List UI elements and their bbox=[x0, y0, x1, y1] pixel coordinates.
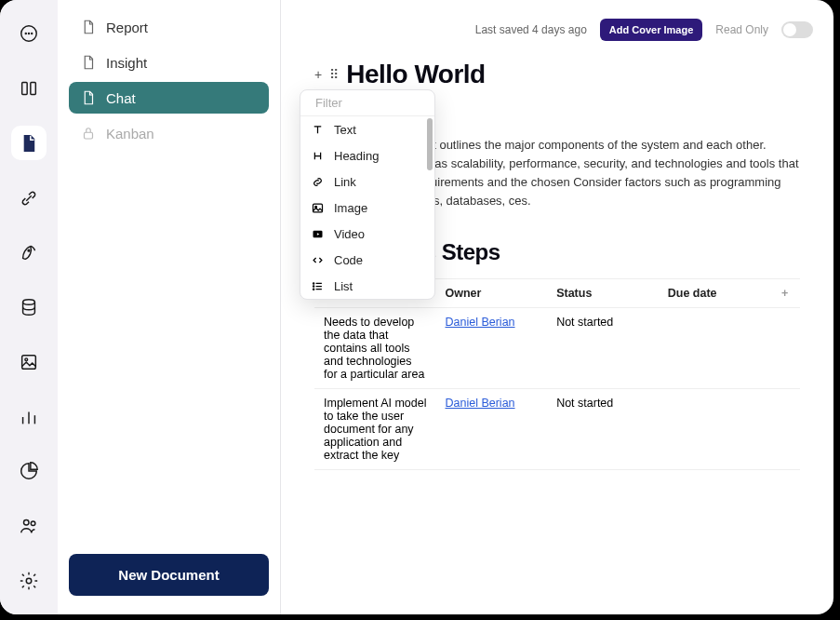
cell-task[interactable]: Implement AI model to take the user docu… bbox=[314, 388, 436, 469]
add-block-icon[interactable]: + bbox=[314, 67, 322, 82]
popover-item-code[interactable]: Code bbox=[300, 247, 434, 273]
rail-document-icon[interactable] bbox=[11, 126, 47, 160]
rail-columns-icon[interactable] bbox=[11, 72, 47, 106]
table-row: Implement AI model to take the user docu… bbox=[314, 388, 800, 469]
rail-image-icon[interactable] bbox=[11, 344, 47, 379]
read-only-label: Read Only bbox=[715, 23, 768, 36]
image-icon bbox=[310, 200, 325, 215]
rail-pie-icon[interactable] bbox=[11, 454, 47, 489]
popover-list: Text Heading Link Image Video Code List bbox=[300, 116, 434, 299]
cell-task[interactable]: Needs to develop the data that contains … bbox=[314, 307, 436, 388]
file-icon bbox=[80, 89, 97, 106]
main-content: Last saved 4 days ago Add Cover Image Re… bbox=[281, 0, 833, 614]
sidebar-item-report[interactable]: Report bbox=[69, 11, 269, 43]
file-icon bbox=[80, 54, 97, 71]
svg-point-2 bbox=[29, 34, 30, 34]
popover-search bbox=[300, 90, 434, 116]
svg-point-18 bbox=[313, 282, 313, 283]
icon-rail bbox=[0, 0, 58, 614]
svg-point-19 bbox=[313, 285, 313, 286]
svg-point-1 bbox=[25, 34, 26, 34]
svg-point-3 bbox=[32, 34, 33, 34]
sidebar-item-label: Kanban bbox=[106, 126, 154, 142]
svg-rect-5 bbox=[31, 83, 36, 95]
cell-due[interactable] bbox=[659, 388, 770, 469]
svg-rect-13 bbox=[85, 132, 93, 139]
svg-point-12 bbox=[26, 578, 32, 584]
rail-database-icon[interactable] bbox=[11, 290, 47, 325]
sidebar-item-label: Insight bbox=[106, 55, 147, 71]
th-due[interactable]: Due date bbox=[659, 278, 770, 307]
popover-item-link[interactable]: Link bbox=[300, 168, 434, 195]
add-cover-button[interactable]: Add Cover Image bbox=[600, 19, 702, 41]
svg-rect-4 bbox=[22, 83, 28, 95]
svg-point-7 bbox=[23, 300, 35, 305]
th-status[interactable]: Status bbox=[547, 278, 659, 307]
svg-point-6 bbox=[28, 250, 30, 252]
rail-bars-icon[interactable] bbox=[11, 399, 47, 434]
cell-status[interactable]: Not started bbox=[547, 388, 659, 469]
cell-status[interactable]: Not started bbox=[547, 307, 659, 388]
table-row: Needs to develop the data that contains … bbox=[314, 307, 800, 388]
page-title[interactable]: Hello World bbox=[346, 60, 486, 89]
sidebar-item-chat[interactable]: Chat bbox=[69, 82, 269, 114]
sidebar-item-kanban[interactable]: Kanban bbox=[69, 117, 269, 149]
cell-owner[interactable]: Daniel Berian bbox=[436, 307, 548, 388]
popover-item-heading[interactable]: Heading bbox=[300, 142, 434, 168]
svg-point-11 bbox=[31, 521, 35, 526]
popover-item-video[interactable]: Video bbox=[300, 221, 434, 247]
last-saved-text: Last saved 4 days ago bbox=[475, 23, 587, 36]
cell-due[interactable] bbox=[659, 307, 770, 388]
list-icon bbox=[310, 278, 325, 293]
video-icon bbox=[310, 226, 325, 241]
owner-link[interactable]: Daniel Berian bbox=[446, 316, 515, 329]
process-table: Task Owner Status Due date + Needs to de… bbox=[314, 278, 800, 470]
new-document-button[interactable]: New Document bbox=[69, 554, 269, 596]
svg-point-20 bbox=[313, 289, 313, 290]
owner-link[interactable]: Daniel Berian bbox=[446, 397, 515, 410]
svg-rect-8 bbox=[22, 355, 36, 369]
rail-users-icon[interactable] bbox=[11, 509, 47, 544]
filter-input[interactable] bbox=[315, 96, 435, 110]
svg-rect-15 bbox=[313, 204, 322, 212]
sidebar-item-label: Chat bbox=[106, 90, 136, 106]
lock-icon bbox=[80, 125, 97, 142]
popover-item-image[interactable]: Image bbox=[300, 195, 434, 221]
rail-plug-icon[interactable] bbox=[11, 181, 47, 215]
add-column-icon[interactable]: + bbox=[769, 278, 800, 307]
rail-settings-icon[interactable] bbox=[11, 563, 47, 598]
sidebar: Report Insight Chat Kanban New Document bbox=[58, 0, 281, 614]
rail-rocket-icon[interactable] bbox=[11, 236, 47, 270]
app-window: Report Insight Chat Kanban New Document … bbox=[0, 0, 833, 614]
sidebar-item-label: Report bbox=[106, 20, 148, 35]
popover-item-list[interactable]: List bbox=[300, 273, 434, 299]
block-insert-popover: Text Heading Link Image Video Code List bbox=[300, 89, 435, 300]
drag-handle-icon[interactable]: ⠿ bbox=[329, 67, 339, 82]
read-only-toggle[interactable] bbox=[781, 21, 813, 38]
code-icon bbox=[310, 252, 325, 267]
cell-owner[interactable]: Daniel Berian bbox=[436, 388, 548, 469]
svg-point-9 bbox=[25, 358, 28, 361]
file-icon bbox=[80, 19, 97, 35]
scrollbar[interactable] bbox=[427, 118, 433, 170]
link-icon bbox=[310, 174, 325, 189]
sidebar-item-insight[interactable]: Insight bbox=[69, 47, 269, 78]
svg-point-10 bbox=[24, 520, 30, 526]
popover-item-text[interactable]: Text bbox=[300, 116, 434, 142]
text-icon bbox=[310, 122, 325, 137]
topbar: Last saved 4 days ago Add Cover Image Re… bbox=[475, 19, 813, 41]
rail-chat-icon[interactable] bbox=[11, 17, 47, 51]
th-owner[interactable]: Owner bbox=[436, 278, 548, 307]
heading-icon bbox=[310, 148, 325, 163]
